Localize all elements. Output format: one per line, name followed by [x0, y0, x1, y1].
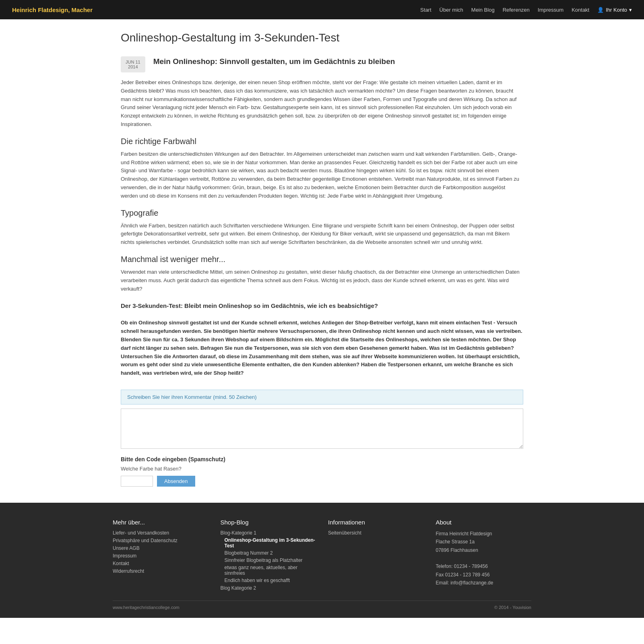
footer-col3-heading: Informationen — [328, 519, 424, 526]
nav-kontakt[interactable]: Kontakt — [572, 7, 589, 13]
footer-col2-heading: Shop-Blog — [221, 519, 316, 526]
comment-hint: Schreiben Sie hier ihren Kommentar (mind… — [121, 390, 523, 405]
date-badge: Jun 11 2014 — [121, 56, 145, 72]
spam-input[interactable] — [121, 476, 153, 487]
bold-section-text: Ob ein Onlineshop sinnvoll gestaltet ist… — [121, 319, 523, 378]
main-nav: Start Über mich Mein Blog Referenzen Imp… — [420, 7, 632, 13]
section-heading-farbwahl: Die richtige Farbwahl — [121, 137, 523, 146]
footer-link-agb[interactable]: Unsere AGB — [113, 545, 140, 551]
date-month: Jun 11 — [126, 60, 140, 64]
article-meta: Jun 11 2014 Mein Onlineshop: Sinnvoll ge… — [121, 56, 523, 72]
article-title: Mein Onlineshop: Sinnvoll gestalten, um … — [153, 56, 395, 67]
footer-company: Firma Heinricht Flatdesign Flache Strass… — [436, 530, 532, 587]
nav-referenzen[interactable]: Referenzen — [503, 7, 530, 13]
footer-website-link[interactable]: www.heritagechristiancollege.com — [113, 605, 180, 610]
main-content: Onlineshop-Gestaltung im 3-Sekunden-Test… — [113, 19, 531, 503]
footer-col-about: About Firma Heinricht Flatdesign Flache … — [436, 519, 532, 592]
footer-copyright: © 2014 - Youvision — [494, 605, 531, 610]
footer-col1-links: Liefer- und Versandkosten Privatsphäre u… — [113, 530, 208, 574]
section-heading-weniger: Manchmal ist weniger mehr... — [121, 255, 523, 264]
user-icon: 👤 — [597, 7, 604, 13]
spam-row: Absenden — [121, 476, 523, 487]
section-text-typografie: Ähnlich wie Farben, besitzen natürlich a… — [121, 222, 523, 247]
footer-blog-sub4[interactable]: etwas ganz neues, aktuelles, aber sinnfr… — [225, 565, 297, 576]
chevron-down-icon: ▾ — [629, 7, 632, 13]
footer-col1-heading: Mehr über... — [113, 519, 208, 526]
footer-link-impressum[interactable]: Impressum — [113, 553, 136, 559]
site-header: Heinrich Flatdesign, Macher Start Über m… — [0, 0, 644, 19]
page-title: Onlineshop-Gestaltung im 3-Sekunden-Test — [121, 31, 523, 44]
footer-col2-links: Blog-Kategorie 1 Onlineshop-Gestaltung i… — [221, 530, 316, 591]
nav-mein-blog[interactable]: Mein Blog — [471, 7, 495, 13]
footer-col4-heading: About — [436, 519, 532, 526]
submit-button[interactable]: Absenden — [157, 476, 195, 487]
nav-impressum[interactable]: Impressum — [538, 7, 564, 13]
comment-textarea[interactable] — [121, 409, 523, 449]
bold-section-heading: Der 3-Sekunden-Test: Bleibt mein Onlines… — [121, 301, 523, 311]
section-text-weniger: Verwendet man viele unterschiedliche Mit… — [121, 268, 523, 293]
footer-blog-sub1[interactable]: Onlineshop-Gestaltung im 3-Sekunden-Test — [225, 537, 315, 549]
spam-question: Welche Farbe hat Rasen? — [121, 466, 523, 472]
footer-blog-sub5[interactable]: Endlich haben wir es geschafft — [225, 578, 290, 583]
footer-col-mehr: Mehr über... Liefer- und Versandkosten P… — [113, 519, 208, 592]
footer-blog-sub3[interactable]: Sinnfreier Blogbeitrag als Platzhalter — [225, 557, 303, 563]
account-label: Ihr Konto — [606, 7, 627, 13]
footer-link-kontakt[interactable]: Kontakt — [113, 561, 129, 566]
site-footer: Mehr über... Liefer- und Versandkosten P… — [0, 503, 644, 618]
footer-grid: Mehr über... Liefer- und Versandkosten P… — [113, 519, 531, 592]
footer-blog-sub2[interactable]: Blogbeitrag Nummer 2 — [225, 550, 273, 556]
section-heading-typografie: Typografie — [121, 208, 523, 218]
footer-col-blog: Shop-Blog Blog-Kategorie 1 Onlineshop-Ge… — [221, 519, 316, 592]
date-year: 2014 — [126, 64, 140, 69]
logo-text: Heinrich Flatdesign, — [12, 6, 70, 13]
comment-section: Schreiben Sie hier ihren Kommentar (mind… — [121, 390, 523, 487]
footer-link-privat[interactable]: Privatsphäre und Datenschutz — [113, 538, 178, 543]
intro-text: Jeder Betreiber eines Onlineshops bzw. d… — [121, 78, 523, 129]
footer-seitenuber[interactable]: Seitenübersicht — [328, 530, 361, 536]
nav-uber-mich[interactable]: Über mich — [440, 7, 463, 13]
section-text-farbwahl: Farben besitzen die unterschiedlichsten … — [121, 150, 523, 200]
logo-accent: Macher — [70, 6, 93, 13]
spam-label: Bitte den Code eingeben (Spamschutz) — [121, 456, 523, 462]
account-menu[interactable]: 👤 Ihr Konto ▾ — [597, 7, 632, 13]
footer-col-info: Informationen Seitenübersicht — [328, 519, 424, 592]
footer-link-widerruf[interactable]: Widerrufsrecht — [113, 568, 144, 574]
footer-blog-cat2[interactable]: Blog Kategorie 2 — [221, 585, 256, 591]
footer-blog-cat1[interactable]: Blog-Kategorie 1 — [221, 530, 256, 536]
footer-bottom: www.heritagechristiancollege.com © 2014 … — [113, 601, 531, 610]
nav-start[interactable]: Start — [420, 7, 431, 13]
footer-col3-links: Seitenübersicht — [328, 530, 424, 536]
logo[interactable]: Heinrich Flatdesign, Macher — [12, 6, 93, 13]
footer-link-liefer[interactable]: Liefer- und Versandkosten — [113, 530, 169, 536]
